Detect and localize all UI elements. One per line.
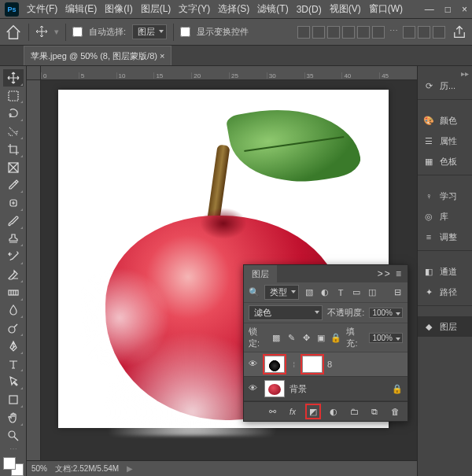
- dock-color[interactable]: 🎨颜色: [418, 110, 472, 131]
- align-icon[interactable]: [327, 26, 340, 39]
- filter-shape-icon[interactable]: ▭: [351, 287, 362, 298]
- menu-filter[interactable]: 滤镜(T): [257, 2, 288, 16]
- dock-paths[interactable]: ✦路径: [418, 282, 472, 302]
- auto-select-target[interactable]: 图层: [132, 24, 167, 39]
- menu-image[interactable]: 图像(I): [105, 2, 132, 16]
- gradient-tool[interactable]: [3, 284, 24, 301]
- new-layer-icon[interactable]: ⧉: [368, 405, 381, 418]
- home-button[interactable]: [5, 24, 22, 41]
- layer-thumbnail[interactable]: [264, 356, 285, 373]
- document-tab[interactable]: 苹果.jpeg @ 50% (8, 图层蒙版/8) ×: [24, 46, 171, 65]
- filter-pixel-icon[interactable]: ▧: [304, 287, 315, 298]
- filter-smart-icon[interactable]: ◫: [367, 287, 378, 298]
- menu-type[interactable]: 文字(Y): [179, 2, 210, 16]
- link-layers-icon[interactable]: ⚯: [266, 405, 278, 418]
- layer-filter-type[interactable]: 类型: [264, 285, 299, 300]
- history-brush-tool[interactable]: [3, 248, 24, 265]
- dock-properties[interactable]: ☰属性: [418, 131, 472, 151]
- zoom-level[interactable]: 50%: [31, 464, 47, 473]
- adjustment-layer-icon[interactable]: ◐: [327, 405, 340, 418]
- layers-panel-menu[interactable]: >> ≡: [373, 268, 407, 279]
- blend-mode-select[interactable]: 滤色: [249, 305, 323, 320]
- dock-layers[interactable]: ◆图层: [418, 316, 472, 337]
- delete-layer-icon[interactable]: 🗑: [389, 405, 401, 418]
- mask-link-icon[interactable]: ⸽: [289, 360, 297, 369]
- type-tool[interactable]: [3, 356, 24, 373]
- layers-panel-tab[interactable]: 图层: [244, 265, 277, 283]
- brush-tool[interactable]: [3, 212, 24, 230]
- layer-thumbnail[interactable]: [264, 380, 285, 397]
- crop-tool[interactable]: [3, 141, 24, 158]
- filter-toggle[interactable]: ⊟: [392, 287, 403, 298]
- dock-history[interactable]: ⟳历...: [418, 76, 472, 96]
- menu-select[interactable]: 选择(S): [218, 2, 249, 16]
- lock-artboard-icon[interactable]: ▣: [316, 332, 326, 343]
- align-icon[interactable]: [297, 26, 310, 39]
- show-transform-checkbox[interactable]: [180, 27, 190, 37]
- blur-tool[interactable]: [3, 302, 24, 319]
- paths-icon: ✦: [422, 286, 435, 298]
- dodge-tool[interactable]: [3, 319, 24, 337]
- visibility-icon[interactable]: 👁: [249, 359, 260, 370]
- align-icon[interactable]: [342, 26, 355, 39]
- layers-panel[interactable]: 图层 >> ≡ 🔍 类型 ▧ ◐ T ▭ ◫ ⊟ 滤色 不透明度: 100% 锁…: [243, 264, 408, 422]
- healing-tool[interactable]: [3, 194, 24, 212]
- dock-libraries[interactable]: ◎库: [418, 206, 472, 227]
- dock-swatches[interactable]: ▦色板: [418, 151, 472, 172]
- path-select-tool[interactable]: [3, 373, 24, 390]
- hand-tool[interactable]: [3, 409, 24, 426]
- eyedropper-tool[interactable]: [3, 176, 24, 194]
- layer-fx-icon[interactable]: fx: [286, 405, 299, 418]
- window-maximize[interactable]: □: [445, 4, 451, 15]
- menu-file[interactable]: 文件(F): [27, 2, 57, 16]
- dock-channels[interactable]: ◧通道: [418, 261, 472, 282]
- opacity-value[interactable]: 100%: [369, 308, 403, 318]
- status-caret[interactable]: ▶: [127, 464, 133, 473]
- filter-adjust-icon[interactable]: ◐: [319, 287, 330, 298]
- add-mask-icon[interactable]: ◩: [307, 405, 319, 418]
- marquee-tool[interactable]: [3, 87, 24, 105]
- move-tool[interactable]: [3, 69, 24, 87]
- filter-type-icon[interactable]: T: [335, 287, 346, 298]
- menu-3d[interactable]: 3D(D): [297, 4, 322, 15]
- shape-tool[interactable]: [3, 391, 24, 408]
- align-icon[interactable]: [433, 26, 445, 39]
- share-icon[interactable]: [452, 24, 467, 40]
- window-minimize[interactable]: —: [425, 4, 434, 15]
- frame-tool[interactable]: [3, 159, 24, 176]
- fill-value[interactable]: 100%: [369, 333, 403, 343]
- dock-expand-icon[interactable]: ▸▸: [461, 69, 469, 76]
- window-close[interactable]: ×: [462, 4, 467, 15]
- lock-position-icon[interactable]: ✥: [301, 332, 312, 343]
- visibility-icon[interactable]: 👁: [249, 383, 260, 394]
- quick-select-tool[interactable]: [3, 123, 24, 140]
- menu-view[interactable]: 视图(V): [330, 2, 361, 16]
- menu-window[interactable]: 窗口(W): [369, 2, 403, 16]
- layer-name[interactable]: 8: [327, 360, 332, 369]
- pen-tool[interactable]: [3, 338, 24, 355]
- lasso-tool[interactable]: [3, 105, 24, 122]
- layer-row[interactable]: 👁 ⸽ 8: [244, 352, 407, 377]
- align-icon[interactable]: [418, 26, 430, 39]
- new-group-icon[interactable]: 🗀: [348, 405, 360, 418]
- dock-adjust[interactable]: ≡调整: [418, 227, 472, 247]
- eraser-tool[interactable]: [3, 266, 24, 283]
- color-swatches[interactable]: [3, 457, 24, 476]
- menu-layer[interactable]: 图层(L): [141, 2, 171, 16]
- lock-paint-icon[interactable]: ✎: [286, 332, 297, 343]
- stamp-tool[interactable]: [3, 231, 24, 248]
- dock-learn[interactable]: ♀学习: [418, 186, 472, 206]
- align-icon[interactable]: [357, 26, 370, 39]
- lock-all-icon[interactable]: 🔒: [330, 332, 341, 343]
- lock-transparent-icon[interactable]: ▩: [271, 332, 282, 343]
- lock-icon: 🔒: [392, 384, 403, 394]
- layer-mask-thumbnail[interactable]: [302, 356, 323, 373]
- align-icon[interactable]: [372, 26, 385, 39]
- zoom-tool[interactable]: [3, 427, 24, 445]
- align-icon[interactable]: [403, 26, 415, 39]
- layer-name[interactable]: 背景: [289, 383, 307, 395]
- align-icon[interactable]: [312, 26, 325, 39]
- layer-row[interactable]: 👁 背景 🔒: [244, 377, 407, 401]
- menu-edit[interactable]: 编辑(E): [65, 2, 97, 16]
- auto-select-checkbox[interactable]: [72, 27, 83, 37]
